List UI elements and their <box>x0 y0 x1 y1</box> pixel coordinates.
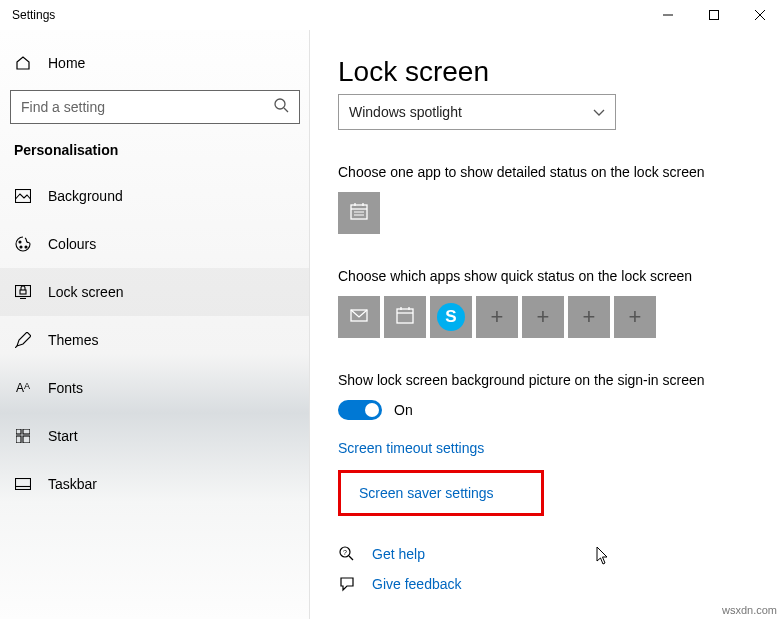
taskbar-icon <box>14 478 32 490</box>
plus-icon: + <box>537 304 550 330</box>
sidebar-item-fonts[interactable]: AA Fonts <box>0 364 310 412</box>
detailed-status-label: Choose one app to show detailed status o… <box>338 164 783 180</box>
sidebar-home-label: Home <box>48 55 85 71</box>
feedback-icon <box>338 576 356 592</box>
sidebar-item-themes[interactable]: Themes <box>0 316 310 364</box>
svg-rect-18 <box>16 479 31 490</box>
sidebar-item-start[interactable]: Start <box>0 412 310 460</box>
sidebar-item-label: Themes <box>48 332 99 348</box>
quick-app-tile-skype[interactable]: S <box>430 296 472 338</box>
minimize-button[interactable] <box>645 0 691 30</box>
page-title: Lock screen <box>338 56 783 88</box>
signin-picture-toggle[interactable] <box>338 400 382 420</box>
sidebar-item-label: Background <box>48 188 123 204</box>
svg-text:?: ? <box>343 549 347 556</box>
plus-icon: + <box>583 304 596 330</box>
sidebar-home[interactable]: Home <box>0 42 310 84</box>
sidebar-category: Personalisation <box>0 136 310 172</box>
search-icon <box>273 97 289 117</box>
palette-icon <box>14 236 32 252</box>
svg-rect-12 <box>20 290 26 294</box>
detailed-app-tile-calendar[interactable] <box>338 192 380 234</box>
calendar-icon <box>395 305 415 329</box>
search-input[interactable] <box>21 99 273 115</box>
close-button[interactable] <box>737 0 783 30</box>
quick-app-tile-mail[interactable] <box>338 296 380 338</box>
font-icon: AA <box>14 381 32 395</box>
screen-saver-link[interactable]: Screen saver settings <box>338 470 544 516</box>
screen-timeout-link[interactable]: Screen timeout settings <box>338 440 783 456</box>
home-icon <box>14 55 32 71</box>
signin-picture-label: Show lock screen background picture on t… <box>338 372 783 388</box>
maximize-button[interactable] <box>691 0 737 30</box>
sidebar-item-label: Start <box>48 428 78 444</box>
svg-point-4 <box>275 99 285 109</box>
quick-app-tile-calendar[interactable] <box>384 296 426 338</box>
quick-app-tile-add-2[interactable]: + <box>522 296 564 338</box>
sidebar-item-lock-screen[interactable]: Lock screen <box>0 268 310 316</box>
svg-point-8 <box>20 246 22 248</box>
image-icon <box>14 189 32 203</box>
quick-app-tile-add-1[interactable]: + <box>476 296 518 338</box>
sidebar-item-label: Fonts <box>48 380 83 396</box>
svg-rect-16 <box>16 436 21 443</box>
svg-rect-14 <box>16 429 21 434</box>
svg-line-5 <box>284 108 288 112</box>
skype-icon: S <box>437 303 465 331</box>
svg-rect-17 <box>23 436 30 443</box>
sidebar-item-background[interactable]: Background <box>0 172 310 220</box>
sidebar-item-label: Lock screen <box>48 284 123 300</box>
plus-icon: + <box>629 304 642 330</box>
sidebar-item-label: Taskbar <box>48 476 97 492</box>
svg-point-9 <box>25 246 27 248</box>
sidebar: Home Personalisation Background Colours <box>0 30 310 619</box>
pencil-icon <box>14 332 32 348</box>
sidebar-item-label: Colours <box>48 236 96 252</box>
quick-app-tile-add-4[interactable]: + <box>614 296 656 338</box>
mail-icon <box>349 305 369 329</box>
get-help-link[interactable]: Get help <box>372 546 425 562</box>
svg-rect-1 <box>710 11 719 20</box>
main-content: Lock screen Windows spotlight Choose one… <box>310 30 783 619</box>
chevron-down-icon <box>593 103 605 121</box>
quick-status-label: Choose which apps show quick status on t… <box>338 268 783 284</box>
window-controls <box>645 0 783 30</box>
dropdown-value: Windows spotlight <box>349 104 593 120</box>
calendar-icon <box>349 201 369 225</box>
quick-app-tile-add-3[interactable]: + <box>568 296 610 338</box>
svg-point-7 <box>19 241 21 243</box>
give-feedback-link[interactable]: Give feedback <box>372 576 462 592</box>
startgrid-icon <box>14 429 32 443</box>
svg-rect-10 <box>16 286 31 297</box>
plus-icon: + <box>491 304 504 330</box>
lockscreen-icon <box>14 285 32 299</box>
watermark: wsxdn.com <box>722 604 777 616</box>
svg-line-13 <box>15 346 17 348</box>
toggle-state-label: On <box>394 402 413 418</box>
sidebar-item-colours[interactable]: Colours <box>0 220 310 268</box>
background-dropdown[interactable]: Windows spotlight <box>338 94 616 130</box>
titlebar: Settings <box>0 0 783 30</box>
help-icon: ? <box>338 546 356 562</box>
svg-rect-15 <box>23 429 30 434</box>
search-input-wrap[interactable] <box>10 90 300 124</box>
window-title: Settings <box>12 8 55 22</box>
sidebar-item-taskbar[interactable]: Taskbar <box>0 460 310 508</box>
svg-rect-27 <box>397 309 413 323</box>
